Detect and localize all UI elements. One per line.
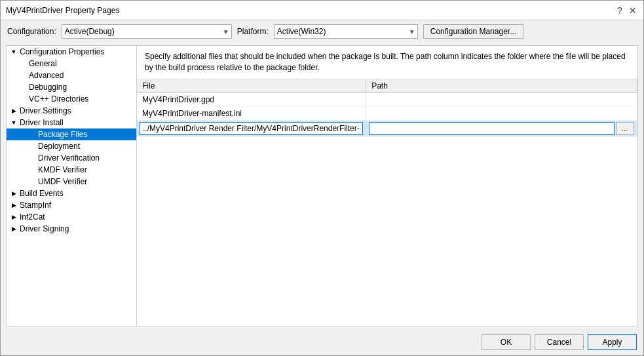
- platform-label: Platform:: [237, 27, 269, 36]
- config-manager-button[interactable]: Configuration Manager...: [423, 24, 523, 39]
- sidebar-label-build-events: Build Events: [20, 189, 64, 198]
- main-content: ▼ Configuration Properties General Advan…: [1, 43, 643, 329]
- sidebar-item-vc-dirs[interactable]: VC++ Directories: [7, 93, 136, 105]
- title-bar-buttons: ? ✕: [615, 5, 638, 16]
- sidebar-label-stampinf: StampInf: [20, 201, 51, 210]
- cancel-button[interactable]: Cancel: [535, 334, 584, 350]
- path-input[interactable]: [369, 122, 614, 135]
- sidebar-label-debugging: Debugging: [29, 83, 67, 92]
- table-row: MyV4PrintDriver.gpd: [137, 92, 637, 106]
- sidebar-label-kmdf-verifier: KMDF Verifier: [38, 165, 87, 174]
- expand-icon-driver-signing: ▶: [9, 224, 18, 233]
- sidebar-item-deployment[interactable]: Deployment: [7, 140, 136, 152]
- sidebar: ▼ Configuration Properties General Advan…: [6, 45, 137, 326]
- sidebar-item-debugging[interactable]: Debugging: [7, 81, 136, 93]
- expand-icon-advanced: [18, 71, 28, 80]
- sidebar-label-driver-install: Driver Install: [20, 118, 64, 127]
- sidebar-label-umdf-verifier: UMDF Verifier: [38, 177, 87, 186]
- sidebar-item-general[interactable]: General: [7, 58, 136, 69]
- expand-icon-driver-verification: [28, 153, 37, 163]
- sidebar-item-config-props[interactable]: ▼ Configuration Properties: [7, 46, 136, 58]
- sidebar-item-stampinf[interactable]: ▶ StampInf: [7, 199, 136, 211]
- expand-icon-vc-dirs: [18, 94, 28, 104]
- row1-file: MyV4PrintDriver.gpd: [137, 92, 366, 106]
- sidebar-item-kmdf-verifier[interactable]: KMDF Verifier: [7, 164, 136, 176]
- col-file: File: [137, 79, 366, 93]
- config-select-wrapper: Active(Debug) ▼: [62, 24, 232, 39]
- row2-file: MyV4PrintDriver-manifest.ini: [137, 106, 366, 120]
- expand-icon-stampinf: ▶: [9, 201, 18, 210]
- expand-icon-driver-settings: ▶: [9, 106, 18, 115]
- browse-button[interactable]: ...: [616, 122, 634, 135]
- sidebar-label-config-props: Configuration Properties: [20, 47, 104, 56]
- expand-icon-build-events: ▶: [9, 189, 18, 198]
- platform-select[interactable]: Active(Win32): [274, 24, 418, 39]
- sidebar-item-build-events[interactable]: ▶ Build Events: [7, 188, 136, 199]
- expand-icon-kmdf-verifier: [28, 165, 37, 174]
- sidebar-label-deployment: Deployment: [38, 142, 80, 151]
- help-button[interactable]: ?: [615, 5, 625, 16]
- config-select[interactable]: Active(Debug): [62, 24, 232, 39]
- footer: OK Cancel Apply: [1, 329, 643, 355]
- sidebar-label-inf2cat: Inf2Cat: [20, 212, 45, 222]
- active-edit-row: ...: [137, 120, 637, 137]
- expand-icon-deployment: [28, 142, 37, 151]
- sidebar-label-advanced: Advanced: [29, 71, 64, 80]
- apply-button[interactable]: Apply: [588, 334, 637, 350]
- sidebar-item-driver-install[interactable]: ▼ Driver Install: [7, 117, 136, 129]
- window-title: MyV4PrintDriver Property Pages: [6, 6, 119, 15]
- sidebar-label-driver-verification: Driver Verification: [38, 153, 100, 163]
- sidebar-label-driver-signing: Driver Signing: [20, 224, 69, 233]
- files-table: File Path MyV4PrintDriver.gpd MyV4PrintD…: [137, 79, 637, 138]
- config-label: Configuration:: [7, 27, 56, 36]
- active-path-cell: ...: [366, 121, 637, 137]
- sidebar-item-driver-settings[interactable]: ▶ Driver Settings: [7, 105, 136, 117]
- table-row: MyV4PrintDriver-manifest.ini: [137, 106, 637, 120]
- sidebar-label-package-files: Package Files: [38, 130, 87, 139]
- sidebar-item-advanced[interactable]: Advanced: [7, 69, 136, 81]
- platform-select-wrapper: Active(Win32) ▼: [274, 24, 418, 39]
- ok-button[interactable]: OK: [482, 334, 531, 350]
- expand-icon-driver-install: ▼: [9, 118, 18, 127]
- sidebar-label-vc-dirs: VC++ Directories: [29, 94, 88, 104]
- right-panel: Specify additional files that should be …: [137, 45, 638, 326]
- row2-path: [366, 106, 637, 120]
- expand-icon-general: [18, 59, 28, 68]
- row1-path: [366, 92, 637, 106]
- title-bar: MyV4PrintDriver Property Pages ? ✕: [1, 1, 643, 20]
- sidebar-label-driver-settings: Driver Settings: [20, 106, 71, 115]
- description-text: Specify additional files that should be …: [137, 46, 637, 79]
- sidebar-item-package-files[interactable]: Package Files: [7, 129, 136, 140]
- sidebar-item-driver-signing[interactable]: ▶ Driver Signing: [7, 223, 136, 235]
- file-path-input[interactable]: [140, 122, 363, 135]
- main-window: MyV4PrintDriver Property Pages ? ✕ Confi…: [0, 0, 644, 356]
- expand-icon-inf2cat: ▶: [9, 212, 18, 222]
- toolbar: Configuration: Active(Debug) ▼ Platform:…: [1, 20, 643, 43]
- active-file-cell: [137, 120, 366, 137]
- expand-icon-package-files: [28, 130, 37, 139]
- expand-icon-umdf-verifier: [28, 177, 37, 186]
- expand-icon-config-props: ▼: [9, 47, 18, 56]
- sidebar-item-umdf-verifier[interactable]: UMDF Verifier: [7, 176, 136, 188]
- col-path: Path: [366, 79, 637, 93]
- table-area: File Path MyV4PrintDriver.gpd MyV4PrintD…: [137, 79, 637, 326]
- sidebar-label-general: General: [29, 59, 57, 68]
- expand-icon-debugging: [18, 83, 28, 92]
- sidebar-item-inf2cat[interactable]: ▶ Inf2Cat: [7, 211, 136, 223]
- close-button[interactable]: ✕: [628, 5, 638, 16]
- sidebar-item-driver-verification[interactable]: Driver Verification: [7, 152, 136, 164]
